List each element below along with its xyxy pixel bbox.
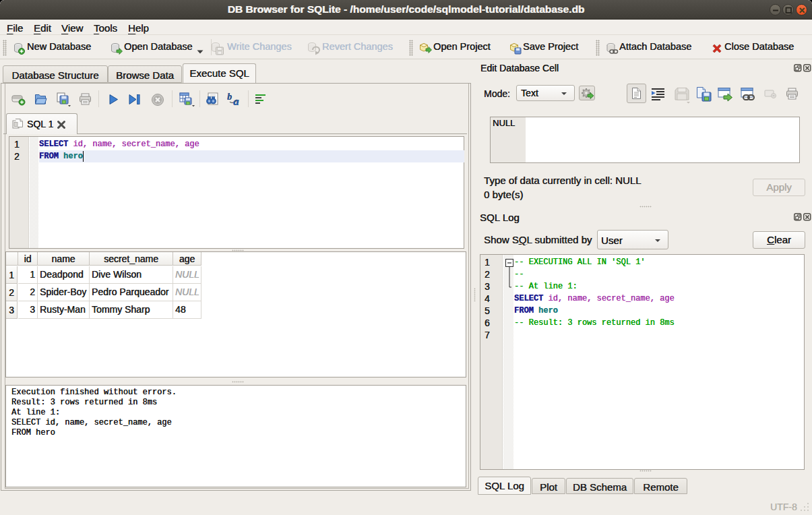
svg-text:b: b [227,92,232,102]
svg-text:a: a [233,95,239,107]
